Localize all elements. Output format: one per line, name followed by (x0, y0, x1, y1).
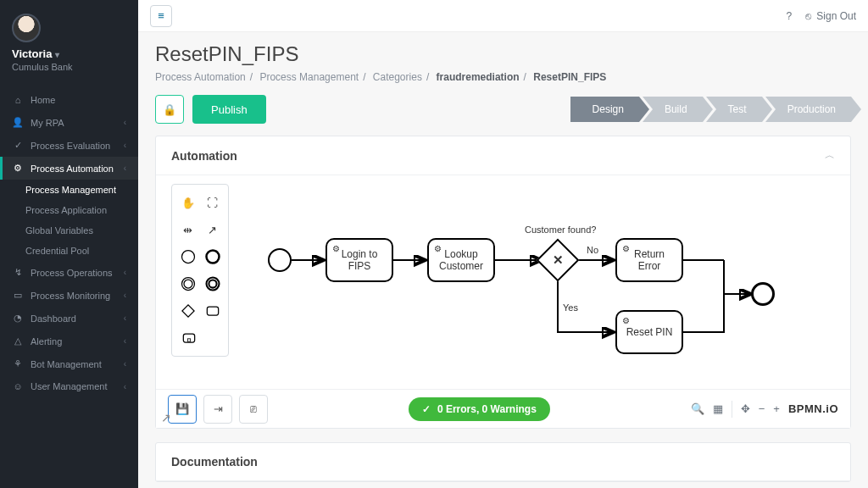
operations-icon: ↯ (12, 267, 24, 278)
lock-button[interactable]: 🔒 (155, 95, 184, 124)
sidebar-item-process-operations[interactable]: ↯Process Operations‹ (0, 261, 138, 284)
sidebar-item-label: Process Evaluation (31, 141, 110, 151)
sidebar-sub-credential-pool[interactable]: Credential Pool (0, 241, 138, 261)
sidebar-item-user-management[interactable]: ☺User Management‹ (0, 375, 138, 397)
sidebar-item-alerting[interactable]: △Alerting‹ (0, 330, 138, 352)
zoom-out-button[interactable]: − (759, 402, 765, 415)
task-lookup[interactable]: ⚙ Lookup Customer (427, 238, 495, 282)
alert-icon: △ (12, 336, 24, 347)
status-text: 0 Errors, 0 Warnings (437, 403, 537, 415)
task-label: Reset PIN (626, 326, 673, 338)
step-build[interactable]: Build (643, 97, 703, 122)
save-button[interactable]: 💾 (168, 395, 197, 424)
chevron-left-icon: ‹ (124, 118, 126, 127)
record-button[interactable]: ⎚ (239, 395, 268, 424)
palette-intermediate-event-2[interactable] (200, 271, 225, 297)
palette-end-event[interactable] (200, 244, 225, 269)
sidebar-item-bot-management[interactable]: ⚘Bot Management‹ (0, 352, 138, 375)
user-icon: 👤 (12, 117, 24, 128)
palette-connect-tool[interactable]: ↗ (200, 217, 225, 242)
sidebar-item-home[interactable]: ⌂Home (0, 89, 138, 111)
sidebar-sub-process-application[interactable]: Process Application (0, 200, 138, 220)
task-return-error[interactable]: ⚙ Return Error (615, 238, 683, 282)
palette-start-event[interactable] (175, 244, 200, 269)
breadcrumb: Process Automation/ Process Management/ … (155, 71, 851, 83)
crumb-2[interactable]: Categories (373, 71, 422, 83)
svg-rect-6 (181, 305, 193, 317)
bpmn-diagram[interactable]: ⚙ Login to FIPS ⚙ Lookup Customer Custom… (249, 184, 842, 387)
avatar[interactable] (12, 14, 41, 42)
svg-rect-8 (183, 334, 194, 342)
sidebar-item-label: Process Automation (31, 164, 114, 174)
sidebar-item-my-rpa[interactable]: 👤My RPA‹ (0, 111, 138, 134)
sidebar-sub-process-management[interactable]: Process Management (0, 180, 138, 200)
task-label: Return Error (622, 248, 676, 272)
profile-block: Victoria▾ Cumulus Bank (0, 0, 138, 80)
users-icon: ☺ (12, 381, 24, 391)
crumb-4[interactable]: ResetPIN_FIPS (533, 71, 606, 83)
sidebar-item-process-automation[interactable]: ⚙Process Automation‹ (0, 157, 138, 180)
palette-task[interactable] (200, 298, 225, 324)
zoom-in-button[interactable]: + (773, 402, 780, 415)
sidebar-item-dashboard[interactable]: ◔Dashboard‹ (0, 307, 138, 330)
start-event[interactable] (268, 248, 292, 272)
step-test[interactable]: Test (706, 97, 762, 122)
edges (249, 184, 842, 387)
publish-button[interactable]: Publish (192, 95, 266, 124)
chevron-left-icon: ‹ (124, 382, 126, 391)
svg-point-0 (181, 251, 194, 263)
chevron-left-icon: ‹ (124, 336, 126, 346)
menu-toggle-button[interactable]: ≡ (150, 5, 172, 27)
task-reset-pin[interactable]: ⚙ Reset PIN (615, 310, 683, 354)
task-login[interactable]: ⚙ Login to FIPS (326, 238, 393, 282)
user-org: Cumulus Bank (12, 62, 126, 72)
sidebar-item-process-monitoring[interactable]: ▭Process Monitoring‹ (0, 284, 138, 307)
task-label: Lookup Customer (434, 248, 488, 272)
fit-icon[interactable]: ✥ (741, 402, 750, 415)
chevron-left-icon: ‹ (124, 268, 126, 277)
gear-icon: ⚙ (622, 244, 630, 253)
divider (732, 401, 732, 418)
palette-lasso-tool[interactable]: ⛶ (200, 190, 225, 215)
status-pill[interactable]: ✓ 0 Errors, 0 Warnings (409, 397, 550, 421)
panel-header: Documentation (156, 443, 850, 481)
sidebar-item-label: Dashboard (31, 313, 76, 324)
crumb-1[interactable]: Process Management (259, 71, 359, 83)
palette-intermediate-event[interactable] (175, 271, 200, 297)
import-button[interactable]: ⇥ (203, 395, 232, 424)
sign-out-button[interactable]: ⎋Sign Out (805, 10, 856, 22)
map-icon[interactable]: ▦ (713, 402, 723, 415)
sign-out-icon: ⎋ (805, 10, 811, 22)
dashboard-icon: ◔ (12, 313, 24, 324)
camera-icon: ⎚ (250, 402, 257, 415)
crumb-0[interactable]: Process Automation (155, 71, 246, 83)
sidebar-item-process-evaluation[interactable]: ✓Process Evaluation‹ (0, 134, 138, 157)
documentation-panel: Documentation (155, 442, 851, 482)
search-icon[interactable]: 🔍 (691, 402, 704, 415)
chevron-left-icon: ‹ (124, 359, 126, 369)
gateway-question: Customer found? (525, 225, 596, 235)
palette-space-tool[interactable]: ⇹ (175, 217, 200, 242)
palette-subprocess[interactable] (175, 325, 225, 351)
canvas-footer: 💾 ⇥ ⎚ ✓ 0 Errors, 0 Warnings 🔍 ▦ ✥ − + B… (156, 389, 850, 428)
lock-icon: 🔒 (163, 103, 176, 116)
edge-label-yes: Yes (563, 302, 578, 313)
crumb-3[interactable]: fraudremediation (437, 71, 520, 83)
palette-hand-tool[interactable]: ✋ (175, 190, 200, 215)
sidebar-item-label: Home (31, 95, 55, 105)
palette-gateway[interactable] (175, 298, 200, 324)
step-production[interactable]: Production (765, 97, 851, 122)
step-design[interactable]: Design (570, 97, 639, 122)
pipeline-steps: Design Build Test Production (567, 97, 851, 122)
resize-handle-icon[interactable]: ↗ (161, 411, 171, 424)
canvas[interactable]: ✋ ⛶ ⇹ ↗ (156, 175, 850, 428)
sign-out-label: Sign Out (816, 10, 856, 22)
monitor-icon: ▭ (12, 290, 24, 301)
end-event[interactable] (751, 282, 775, 306)
help-icon[interactable]: ? (787, 10, 793, 22)
user-name[interactable]: Victoria▾ (12, 47, 126, 60)
sidebar-sub-global-variables[interactable]: Global Variables (0, 220, 138, 241)
gear-icon: ⚙ (622, 316, 630, 325)
gear-icon: ⚙ (12, 163, 24, 174)
collapse-button[interactable]: ︿ (825, 148, 835, 163)
